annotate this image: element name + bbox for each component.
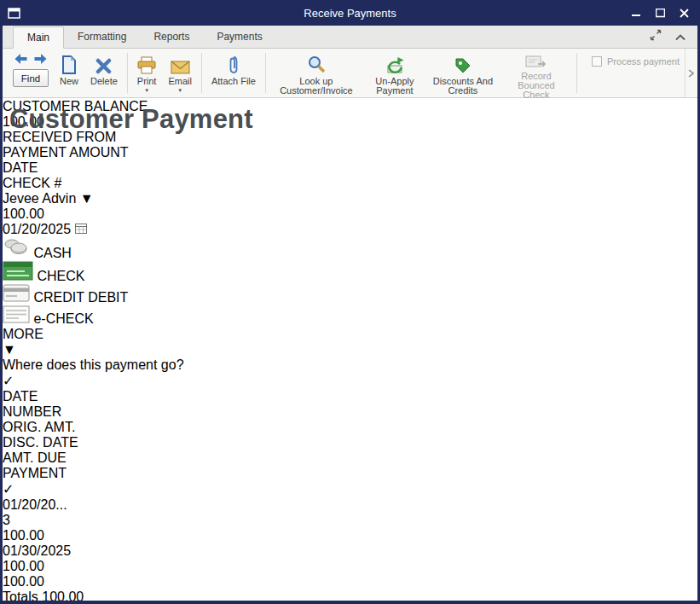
payment-method-credit-debit[interactable]: CREDIT DEBIT — [3, 284, 697, 305]
payment-method-cash[interactable]: CASH — [3, 237, 697, 261]
row-amt-due[interactable]: 100.00 — [3, 559, 697, 574]
header-amt-due[interactable]: AMT. DUE — [3, 450, 697, 466]
titlebar: Receive Payments — [0, 0, 700, 26]
print-dropdown-caret-icon[interactable]: ▼ — [144, 88, 149, 93]
find-button[interactable]: Find — [13, 69, 49, 87]
where-payment-link[interactable]: Where does this payment go? — [3, 357, 697, 373]
tab-main-label: Main — [27, 32, 49, 44]
collapse-ribbon-icon[interactable] — [675, 29, 686, 44]
credit-card-icon — [3, 290, 30, 305]
window-frame: Main Formatting Reports Payments Find Ne… — [3, 26, 697, 601]
close-button[interactable] — [676, 6, 691, 20]
tab-payments[interactable]: Payments — [203, 26, 275, 48]
record-bounced-check-label: Record Bounced Check — [506, 72, 567, 100]
totals-row: Totals 100.00 100.00 100.00 — [3, 589, 697, 601]
toolbar-separator — [127, 53, 128, 93]
print-button-label: Print — [137, 77, 157, 86]
tab-payments-label: Payments — [217, 31, 262, 43]
credit-debit-tile-label: CREDIT DEBIT — [33, 290, 128, 305]
print-button[interactable]: Print ▼ — [131, 49, 163, 97]
invoices-table: ✓ DATE NUMBER ORIG. AMT. DISC. DATE AMT.… — [3, 373, 697, 601]
payment-method-check[interactable]: CHECK — [3, 261, 697, 284]
dropdown-caret-icon[interactable]: ▼ — [80, 191, 94, 206]
lookup-customer-invoice-label: Look up Customer/Invoice — [275, 77, 357, 96]
page-title: Customer Payment — [9, 104, 253, 135]
toolbar-separator — [576, 53, 577, 93]
echeck-tile-label: e-CHECK — [33, 311, 93, 326]
attach-file-label: Attach File — [211, 77, 256, 86]
check-tile-label: CHECK — [37, 269, 84, 283]
process-payment-checkbox[interactable] — [592, 56, 602, 67]
bounced-check-icon — [525, 54, 547, 69]
cash-tile-label: CASH — [33, 246, 71, 260]
attach-file-button[interactable]: Attach File — [205, 49, 262, 97]
echeck-icon — [3, 311, 30, 326]
email-dropdown-caret-icon[interactable]: ▼ — [177, 88, 182, 93]
more-tile-label: MORE — [3, 327, 43, 341]
table-header-row: ✓ DATE NUMBER ORIG. AMT. DISC. DATE AMT.… — [3, 373, 697, 481]
totals-orig-amt: 100.00 — [42, 589, 84, 601]
row-orig-amt[interactable]: 100.00 — [3, 528, 697, 543]
payment-amount-label: PAYMENT AMOUNT — [3, 145, 697, 160]
forward-arrow-icon[interactable] — [34, 52, 47, 67]
more-caret-icon: ▼ — [3, 342, 16, 357]
find-cluster: Find — [8, 49, 54, 97]
header-check-icon[interactable]: ✓ — [3, 373, 697, 389]
header-date[interactable]: DATE — [3, 389, 697, 404]
check-number-label: CHECK # — [3, 176, 697, 191]
header-disc-date[interactable]: DISC. DATE — [3, 435, 697, 450]
tab-main[interactable]: Main — [13, 26, 64, 49]
row-date[interactable]: 01/20/20... — [3, 497, 697, 513]
receive-payments-window: Receive Payments Main Formatting Reports… — [0, 0, 700, 604]
email-envelope-icon — [171, 54, 190, 74]
record-bounced-check-button: Record Bounced Check — [500, 49, 573, 97]
header-number[interactable]: NUMBER — [3, 404, 697, 420]
maximize-button[interactable] — [652, 6, 668, 20]
form-content: Customer Payment CUSTOMER BALANCE 100.00… — [3, 99, 697, 601]
discounts-credits-label: Discounts And Credits — [432, 77, 494, 96]
delete-button-label: Delete — [90, 77, 118, 86]
table-row[interactable]: ✓ 01/20/20... 3 100.00 01/30/2025 100.00… — [3, 481, 697, 589]
unapply-payment-label: Un-Apply Payment — [369, 77, 420, 96]
received-from-select[interactable]: Jevee Advin ▼ — [3, 191, 697, 206]
payment-amount-field[interactable]: 100.00 — [3, 206, 697, 222]
toolbar-separator — [265, 53, 266, 93]
email-button[interactable]: Email ▼ — [162, 49, 198, 97]
printer-icon — [137, 54, 156, 74]
expand-window-icon[interactable] — [650, 29, 662, 44]
discounts-credits-icon — [454, 54, 471, 74]
payment-method-echeck[interactable]: e-CHECK — [3, 305, 697, 327]
row-number[interactable]: 3 — [3, 513, 697, 528]
lookup-customer-invoice-button[interactable]: Look up Customer/Invoice — [269, 49, 363, 97]
new-button[interactable]: New — [54, 49, 84, 97]
unapply-payment-button[interactable]: Un-Apply Payment — [363, 49, 426, 97]
discounts-credits-button[interactable]: Discounts And Credits — [426, 49, 500, 97]
delete-x-icon — [95, 54, 112, 74]
find-button-label: Find — [21, 73, 40, 84]
header-orig-amt[interactable]: ORIG. AMT. — [3, 420, 697, 435]
totals-label: Totals — [3, 589, 38, 601]
row-check-icon[interactable]: ✓ — [3, 481, 697, 497]
tab-reports-label: Reports — [153, 31, 189, 43]
tab-formatting[interactable]: Formatting — [64, 26, 140, 48]
magnifier-icon — [307, 54, 326, 74]
header-payment[interactable]: PAYMENT — [3, 466, 697, 481]
check-icon — [3, 269, 33, 283]
row-disc-date[interactable]: 01/30/2025 — [3, 543, 697, 559]
payment-method-more[interactable]: MORE — [3, 327, 697, 342]
paperclip-icon — [229, 54, 239, 74]
new-button-label: New — [60, 77, 78, 86]
payment-methods-expand-button[interactable]: ▼ — [3, 342, 697, 357]
process-payment-group: Process payment — [592, 49, 685, 97]
payment-amount-value: 100.00 — [3, 206, 44, 221]
minimize-button[interactable] — [628, 6, 644, 20]
date-field[interactable]: 01/20/2025 — [3, 222, 697, 237]
tab-reports[interactable]: Reports — [140, 26, 203, 48]
ribbon-tabbar: Main Formatting Reports Payments — [3, 26, 697, 49]
tab-formatting-label: Formatting — [78, 31, 126, 43]
delete-button[interactable]: Delete — [84, 49, 124, 97]
calendar-icon[interactable] — [75, 222, 87, 236]
row-payment-input[interactable]: 100.00 — [3, 574, 697, 589]
toolbar-overflow-control[interactable] — [685, 49, 696, 97]
back-arrow-icon[interactable] — [14, 52, 27, 67]
